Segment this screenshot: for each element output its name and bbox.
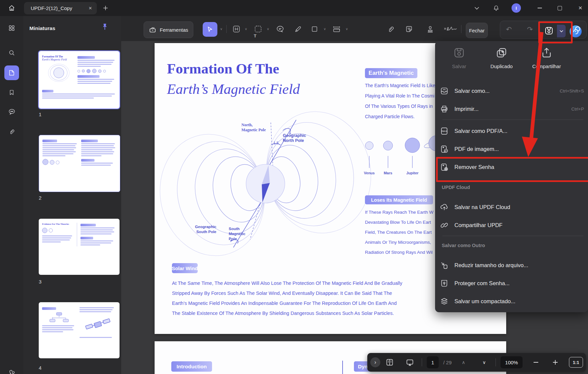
menu-item-label: Salvar na UPDF Cloud (454, 204, 510, 210)
menu-item-save-cloud[interactable]: Salvar na UPDF Cloud (440, 200, 584, 214)
page-navigation-bar: › 1 / 29 ∧ ∨ 100% 1:1 (367, 353, 586, 372)
zoom-level-input[interactable]: 100% (501, 356, 523, 368)
heading-icon (232, 25, 241, 33)
chevron-down-icon: ∨ (482, 360, 486, 365)
menu-item-print[interactable]: Imprimir... Ctrl+P (440, 102, 584, 116)
page-number: 4 (39, 365, 41, 371)
body-line: Stripped Away By Forces Such As The Sola… (172, 291, 392, 296)
notifications-button[interactable] (491, 3, 501, 13)
select-tool-chevron[interactable]: ∨ (220, 27, 222, 31)
zoom-out-button[interactable] (530, 353, 542, 372)
titlebar-chevron-button[interactable] (472, 3, 482, 13)
zoom-in-button[interactable] (549, 353, 561, 372)
cloud-upload-icon (440, 203, 449, 212)
menu-item-pdf-image[interactable]: PDF de imagem... (440, 142, 584, 156)
quick-duplicate-button[interactable]: Duplicado (481, 46, 522, 69)
sticker-tool-button[interactable] (403, 23, 415, 35)
page-total: / 29 (440, 353, 455, 372)
close-icon: ✕ (578, 5, 583, 11)
home-button[interactable] (7, 3, 17, 13)
thumbnail-page-4[interactable] (39, 302, 120, 358)
page-number: 2 (39, 195, 41, 201)
next-page-button[interactable]: ∨ (479, 353, 489, 372)
page-number: 3 (39, 279, 41, 285)
sidebar-item-bookmarks[interactable] (4, 85, 19, 100)
reading-view-button[interactable] (383, 353, 396, 372)
thumb2-label-row: 2 (39, 194, 120, 201)
body-line: The Stable Existence Of The Atmosphere B… (172, 311, 394, 316)
thumb1-chip (77, 56, 95, 59)
sidebar-item-apps[interactable] (4, 21, 19, 35)
menu-item-save-pdfa[interactable]: PDF/A Salvar como PDF/A... (440, 124, 584, 138)
minimize-button[interactable] (535, 3, 545, 13)
annotation-box-remove-password (436, 157, 588, 182)
menu-item-label: PDF de imagem... (454, 146, 499, 152)
new-tab-button[interactable] (102, 4, 109, 12)
page-number-input[interactable]: 1 (427, 356, 439, 368)
planet-label-mars: Mars (378, 171, 398, 176)
tab-close-icon[interactable]: ✕ (88, 6, 92, 11)
measure-tool-chevron[interactable]: ∨ (346, 27, 348, 31)
actual-size-button[interactable]: 1:1 (569, 357, 583, 368)
display-icon (405, 358, 414, 367)
pen-tool-button[interactable] (292, 23, 304, 35)
label-angle: 1.5 (273, 141, 278, 146)
sidebar-item-attachments[interactable] (4, 124, 19, 139)
presentation-button[interactable] (403, 353, 416, 372)
undo-icon: ↶ (506, 25, 512, 33)
tools-label: Ferramentas (160, 27, 188, 33)
compress-icon (440, 297, 449, 306)
badge-introduction: Introduction (171, 361, 212, 372)
bookmark-icon (8, 89, 15, 96)
menu-item-save-as[interactable]: Salvar como... Ctrl+Shift+S (440, 83, 584, 98)
sidebar-item-thumbnails[interactable] (4, 65, 19, 80)
redo-button[interactable]: ↷ (524, 24, 536, 35)
body-line: Devastating Blow To Life On Eart (365, 220, 431, 225)
attach-tool-button[interactable] (385, 23, 396, 35)
page-number: 1 (39, 112, 41, 117)
thumbnail-page-3[interactable]: Evidence For The Theories (39, 219, 120, 275)
square-icon (311, 25, 319, 33)
sidebar-item-comments[interactable] (4, 104, 19, 119)
undo-button[interactable]: ↶ (503, 24, 515, 35)
shape-tool-chevron[interactable]: ∨ (324, 27, 326, 31)
sidebar-item-search[interactable] (4, 45, 19, 60)
menu-item-save-compressed[interactable]: Salvar um compactado... (440, 294, 584, 309)
avatar[interactable]: I (512, 3, 521, 13)
comment-tool-button[interactable] (274, 23, 286, 35)
measure-tool-button[interactable] (331, 23, 342, 35)
close-button[interactable]: ✕ (575, 3, 585, 13)
stamp-tool-button[interactable] (424, 23, 436, 35)
body-line: Animals Or Tiny Microorganisms, (365, 240, 431, 245)
pin-button[interactable] (101, 23, 109, 31)
thumbnail-page-2[interactable] (39, 135, 120, 192)
tools-button[interactable]: Ferramentas (144, 21, 193, 38)
quick-save-button[interactable]: Salvar (439, 46, 479, 69)
select-tool-button[interactable] (203, 22, 217, 37)
sidebar-item-swatches[interactable] (4, 365, 19, 374)
previous-page-button[interactable]: ∧ (458, 353, 469, 372)
main-toolbar: Ferramentas ∨ ∨ T ∨ ∨ ∨ Fechar ↶ ↷ (121, 16, 588, 41)
shape-tool-button[interactable] (309, 23, 320, 35)
maximize-button[interactable] (555, 3, 565, 13)
quick-share-button[interactable]: Compartilhar (527, 46, 567, 69)
label-geo-north: GeographicNorth Pole (283, 133, 306, 143)
chevron-right-icon: › (370, 357, 380, 367)
menu-item-protect-password[interactable]: Proteger com Senha... (440, 276, 584, 291)
menu-item-reduce-size[interactable]: Reduzir tamanho do arquivo... (440, 258, 584, 272)
text-tool-chevron[interactable]: ∨ (267, 27, 269, 31)
menu-item-share-updf[interactable]: Compartilhar UPDF (440, 218, 584, 232)
heading-tool-chevron[interactable]: ∨ (245, 27, 247, 31)
titlebar: UPDF-2(12)_Copy ✕ I ✕ (0, 0, 588, 16)
heading-tool-button[interactable] (231, 23, 242, 35)
thumbnail-page-1[interactable]: Formation Of The Earth’s Magnetic Field (39, 51, 120, 109)
ruler-icon (332, 25, 341, 33)
signature-tool-button[interactable] (442, 23, 458, 35)
menu-item-label: Proteger com Senha... (454, 280, 510, 287)
text-tool-button[interactable]: T (252, 23, 264, 35)
body-line: At The Same Time, The Atmosphere Will Al… (172, 280, 402, 286)
expand-bar-button[interactable]: › (370, 353, 381, 372)
close-mode-button[interactable]: Fechar (466, 23, 488, 38)
document-tab[interactable]: UPDF-2(12)_Copy ✕ (24, 2, 97, 14)
menu-item-label: Salvar como... (454, 88, 489, 94)
